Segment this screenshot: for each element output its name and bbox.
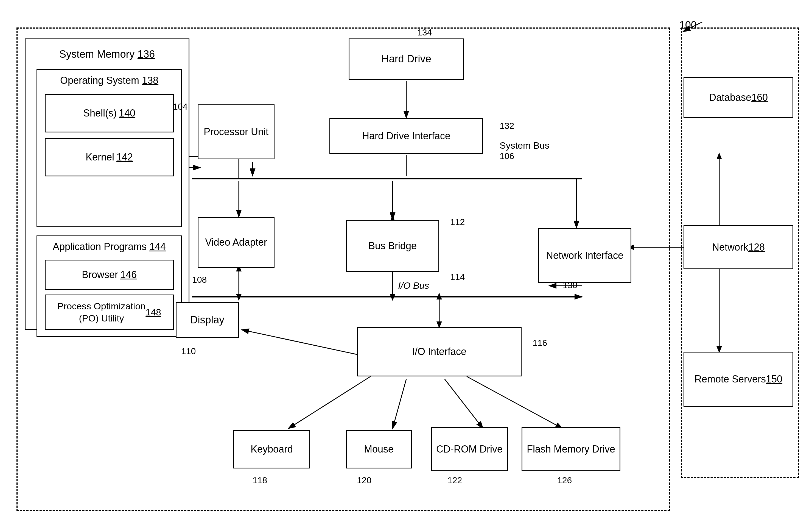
flash-memory-drive-box: Flash Memory Drive [522, 427, 620, 471]
system-bus-label: System Bus [499, 140, 549, 151]
ref-106: 106 [499, 151, 514, 161]
ref-110: 110 [181, 346, 196, 357]
io-bus-label: I/O Bus [398, 280, 429, 291]
network-interface-box: Network Interface [538, 228, 632, 283]
po-utility-box: Process Optimization(PO) Utility 148 [45, 294, 174, 330]
mouse-box: Mouse [346, 430, 412, 469]
cdrom-drive-box: CD-ROM Drive [431, 427, 508, 471]
io-interface-box: I/O Interface [357, 327, 522, 376]
database-box: Database160 [683, 77, 793, 118]
ref-132: 132 [499, 121, 514, 131]
diagram-container: 100 System Memory 136 Operating System 1… [0, 0, 812, 530]
processor-unit-label: Processor Unit [204, 126, 269, 138]
ref-120: 120 [357, 475, 372, 486]
ref-104: 104 [173, 102, 188, 112]
processor-unit-box: Processor Unit [198, 104, 275, 159]
ref-114: 114 [450, 272, 465, 282]
keyboard-box: Keyboard [233, 430, 310, 469]
hard-drive-box: Hard Drive [349, 39, 464, 80]
browser-box: Browser 146 [45, 260, 174, 290]
kernel-box: Kernel 142 [45, 138, 174, 177]
system-memory-label: System Memory 136 [31, 45, 183, 64]
system-memory-outer-box: System Memory 136 Operating System 138 S… [25, 39, 189, 330]
shells-box: Shell(s) 140 [45, 94, 174, 132]
remote-servers-box: Remote Servers150 [683, 352, 793, 407]
hard-drive-interface-box: Hard Drive Interface [330, 118, 483, 154]
ref-108: 108 [192, 275, 207, 285]
application-programs-box: Application Programs 144 Browser 146 Pro… [37, 236, 182, 337]
ref-118: 118 [252, 475, 267, 486]
operating-system-box: Operating System 138 Shell(s) 140 Kernel… [37, 69, 182, 227]
bus-bridge-box: Bus Bridge [346, 220, 439, 272]
os-label: Operating System 138 [41, 74, 177, 91]
video-adapter-box: Video Adapter [198, 217, 275, 268]
display-box: Display [176, 302, 239, 338]
ref-112: 112 [450, 217, 465, 227]
ref-126: 126 [557, 475, 572, 486]
ref-116: 116 [533, 338, 547, 348]
ref-122: 122 [447, 475, 462, 486]
app-programs-label: Application Programs 144 [41, 240, 177, 257]
ref-130: 130 [563, 280, 577, 290]
ref-134: 134 [417, 27, 432, 38]
network-box: Network128 [683, 225, 793, 269]
